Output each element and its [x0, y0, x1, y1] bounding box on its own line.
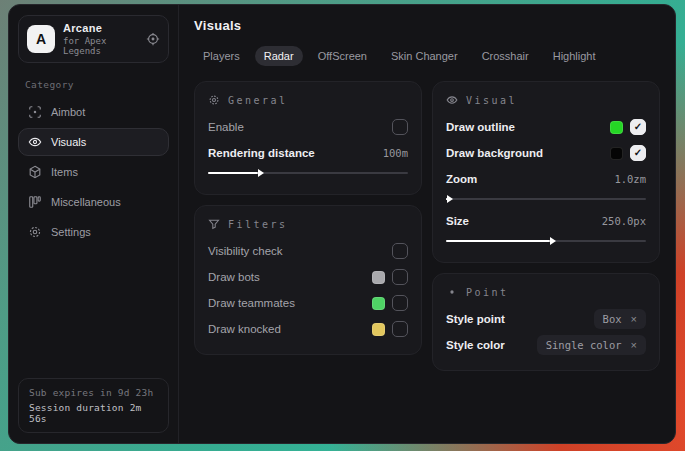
- slider-thumb[interactable]: [258, 169, 264, 177]
- sidebar: A Arcane for Apex Legends Category: [9, 5, 179, 443]
- tab-offscreen[interactable]: OffScreen: [309, 46, 376, 66]
- rendering-distance-value: 100m: [383, 147, 408, 159]
- brand-card: A Arcane for Apex Legends: [18, 15, 169, 63]
- enable-label: Enable: [208, 121, 244, 133]
- tab-crosshair[interactable]: Crosshair: [473, 46, 538, 66]
- size-value: 250.0px: [602, 215, 646, 227]
- enable-row: Enable: [208, 114, 408, 140]
- style-point-label: Style point: [446, 313, 505, 325]
- sidebar-item-label: Items: [51, 166, 78, 178]
- filters-panel-header: Filters: [208, 218, 408, 230]
- slider-fill: [446, 240, 550, 242]
- draw-knocked-checkbox[interactable]: [392, 321, 408, 337]
- content-grid: General Enable Rendering distance 100m: [194, 81, 660, 371]
- slider-thumb[interactable]: [550, 237, 556, 245]
- draw-bots-row: Draw bots: [208, 264, 408, 290]
- app-title: Arcane: [63, 22, 138, 34]
- close-icon[interactable]: ×: [631, 339, 637, 351]
- main-area: Visuals Players Radar OffScreen Skin Cha…: [179, 5, 675, 443]
- size-label: Size: [446, 215, 469, 227]
- funnel-icon: [208, 218, 220, 230]
- size-row: Size 250.0px: [446, 208, 646, 234]
- slider-thumb[interactable]: [447, 195, 453, 203]
- sidebar-spacer: [18, 246, 169, 378]
- enable-checkbox[interactable]: [392, 119, 408, 135]
- visual-panel: Visual Draw outline Draw background: [432, 81, 660, 263]
- tab-radar[interactable]: Radar: [255, 46, 303, 66]
- zoom-value: 1.0zm: [614, 173, 646, 185]
- slider-fill: [208, 172, 258, 174]
- style-color-select[interactable]: Single color ×: [537, 335, 646, 355]
- rendering-distance-slider[interactable]: [208, 168, 408, 178]
- draw-bots-color-swatch[interactable]: [372, 271, 385, 284]
- tab-players[interactable]: Players: [194, 46, 249, 66]
- size-slider[interactable]: [446, 236, 646, 246]
- draw-teammates-row: Draw teammates: [208, 290, 408, 316]
- panel-title: General: [228, 95, 288, 106]
- sidebar-item-label: Aimbot: [51, 106, 85, 118]
- close-icon[interactable]: ×: [631, 313, 637, 325]
- visual-panel-header: Visual: [446, 94, 646, 106]
- zoom-row: Zoom 1.0zm: [446, 166, 646, 192]
- sidebar-item-visuals[interactable]: Visuals: [18, 128, 169, 156]
- sidebar-item-aimbot[interactable]: Aimbot: [18, 98, 169, 126]
- draw-outline-label: Draw outline: [446, 121, 515, 133]
- draw-background-checkbox[interactable]: [630, 145, 646, 161]
- right-column: Visual Draw outline Draw background: [432, 81, 660, 371]
- style-point-row: Style point Box ×: [446, 306, 646, 332]
- draw-teammates-color-swatch[interactable]: [372, 297, 385, 310]
- columns-icon: [28, 195, 42, 209]
- app-window: A Arcane for Apex Legends Category: [8, 4, 676, 444]
- draw-knocked-row: Draw knocked: [208, 316, 408, 342]
- gear-icon: [208, 94, 220, 106]
- eye-icon: [28, 135, 42, 149]
- general-panel-header: General: [208, 94, 408, 106]
- zoom-slider[interactable]: [446, 194, 646, 204]
- app-subtitle: for Apex Legends: [63, 36, 138, 56]
- visibility-check-checkbox[interactable]: [392, 243, 408, 259]
- tab-skin-changer[interactable]: Skin Changer: [382, 46, 467, 66]
- session-info-card: Sub expires in 9d 23h Session duration 2…: [18, 378, 169, 433]
- point-panel-header: Point: [446, 286, 646, 298]
- style-color-row: Style color Single color ×: [446, 332, 646, 358]
- slider-fill: [446, 198, 447, 200]
- draw-background-label: Draw background: [446, 147, 543, 159]
- package-icon: [28, 165, 42, 179]
- tab-bar: Players Radar OffScreen Skin Changer Cro…: [194, 46, 660, 66]
- filters-panel: Filters Visibility check Draw bots: [194, 205, 422, 355]
- page-title: Visuals: [194, 18, 660, 33]
- draw-outline-color-swatch[interactable]: [610, 121, 623, 134]
- style-point-select[interactable]: Box ×: [594, 309, 646, 329]
- draw-bots-checkbox[interactable]: [392, 269, 408, 285]
- draw-outline-checkbox[interactable]: [630, 119, 646, 135]
- left-column: General Enable Rendering distance 100m: [194, 81, 422, 355]
- sidebar-nav: Aimbot Visuals Items: [18, 98, 169, 246]
- sidebar-item-label: Settings: [51, 226, 91, 238]
- sidebar-item-label: Miscellaneous: [51, 196, 121, 208]
- style-color-label: Style color: [446, 339, 505, 351]
- draw-background-row: Draw background: [446, 140, 646, 166]
- gear-icon: [28, 225, 42, 239]
- slider-track: [446, 198, 646, 200]
- category-label: Category: [25, 79, 162, 90]
- zoom-label: Zoom: [446, 173, 477, 185]
- panel-title: Filters: [228, 219, 288, 230]
- style-point-value: Box: [603, 313, 622, 325]
- sidebar-item-miscellaneous[interactable]: Miscellaneous: [18, 188, 169, 216]
- draw-teammates-checkbox[interactable]: [392, 295, 408, 311]
- point-panel: Point Style point Box × Style color Sing…: [432, 273, 660, 371]
- sidebar-item-settings[interactable]: Settings: [18, 218, 169, 246]
- draw-knocked-color-swatch[interactable]: [372, 323, 385, 336]
- style-color-value: Single color: [546, 339, 622, 351]
- target-settings-icon[interactable]: [146, 32, 160, 46]
- rendering-distance-label: Rendering distance: [208, 147, 315, 159]
- general-panel: General Enable Rendering distance 100m: [194, 81, 422, 195]
- tab-highlight[interactable]: Highlight: [544, 46, 605, 66]
- draw-knocked-label: Draw knocked: [208, 323, 281, 335]
- draw-bots-label: Draw bots: [208, 271, 260, 283]
- draw-background-color-swatch[interactable]: [610, 147, 623, 160]
- session-duration: Session duration 2m 56s: [29, 402, 158, 424]
- rendering-distance-row: Rendering distance 100m: [208, 140, 408, 166]
- sidebar-item-items[interactable]: Items: [18, 158, 169, 186]
- visibility-check-label: Visibility check: [208, 245, 283, 257]
